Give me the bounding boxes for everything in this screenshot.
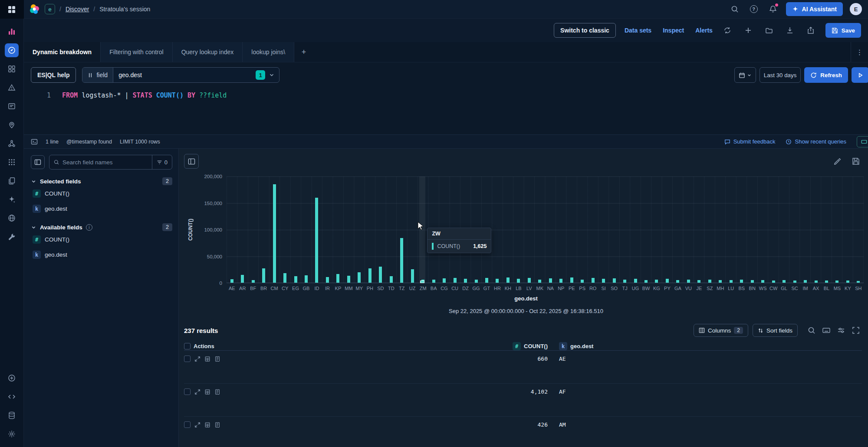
bar-GB[interactable] bbox=[305, 275, 308, 283]
switch-to-classic-button[interactable]: Switch to classic bbox=[554, 23, 616, 38]
bar-slot[interactable] bbox=[757, 176, 768, 283]
bar-GL[interactable] bbox=[783, 280, 786, 283]
bar-slot[interactable] bbox=[842, 176, 853, 283]
bar-slot[interactable] bbox=[545, 176, 556, 283]
bar-KP[interactable] bbox=[336, 274, 339, 283]
add-icon[interactable] bbox=[5, 371, 19, 385]
bar-slot[interactable] bbox=[535, 176, 545, 283]
view-details-button[interactable] bbox=[204, 422, 210, 428]
bar-VU[interactable] bbox=[687, 280, 690, 283]
bar-slot[interactable] bbox=[673, 176, 683, 283]
user-avatar[interactable]: E bbox=[850, 3, 862, 15]
bar-slot[interactable] bbox=[609, 176, 619, 283]
date-picker-button[interactable] bbox=[734, 67, 756, 83]
bar-slot[interactable] bbox=[800, 176, 810, 283]
refresh-button[interactable]: Refresh bbox=[804, 67, 848, 83]
collapse-fields-button[interactable] bbox=[31, 155, 45, 169]
bar-slot[interactable] bbox=[492, 176, 503, 283]
bar-slot[interactable] bbox=[312, 176, 322, 283]
bar-slot[interactable] bbox=[736, 176, 747, 283]
bar-KH[interactable] bbox=[506, 277, 510, 283]
bar-PE[interactable] bbox=[570, 277, 573, 283]
apps-icon[interactable] bbox=[5, 155, 19, 169]
bar-BR[interactable] bbox=[262, 268, 265, 283]
bar-RO[interactable] bbox=[592, 278, 595, 283]
board-icon[interactable] bbox=[5, 99, 19, 113]
chart-config-button[interactable] bbox=[184, 154, 199, 169]
bar-slot[interactable] bbox=[821, 176, 832, 283]
dest-column-header[interactable]: geo.dest bbox=[570, 343, 593, 349]
maps-icon[interactable] bbox=[5, 118, 19, 132]
bar-PH[interactable] bbox=[368, 268, 372, 283]
bar-DZ[interactable] bbox=[464, 279, 467, 283]
bar-slot[interactable] bbox=[704, 176, 715, 283]
view-details-button[interactable] bbox=[204, 389, 210, 395]
table-row[interactable]: 4,102AF bbox=[184, 384, 862, 417]
bar-slot[interactable] bbox=[832, 176, 842, 283]
bar-IR[interactable] bbox=[326, 277, 329, 283]
bar-slot[interactable] bbox=[269, 176, 279, 283]
bar-UG[interactable] bbox=[634, 279, 637, 283]
graph-icon[interactable] bbox=[5, 137, 19, 150]
bar-slot[interactable] bbox=[343, 176, 354, 283]
bar-SD[interactable] bbox=[379, 267, 382, 283]
bar-slot[interactable] bbox=[641, 176, 651, 283]
pages-icon[interactable] bbox=[5, 174, 19, 188]
bar-slot[interactable] bbox=[248, 176, 258, 283]
display-options-button[interactable] bbox=[835, 324, 847, 336]
search-button[interactable] bbox=[729, 3, 741, 15]
bar-NP[interactable] bbox=[559, 279, 562, 283]
help-button[interactable]: ? bbox=[748, 3, 760, 15]
bar-slot[interactable] bbox=[333, 176, 343, 283]
bar-SC[interactable] bbox=[793, 281, 796, 283]
edit-visualization-button[interactable] bbox=[832, 155, 844, 167]
bar-SI[interactable] bbox=[602, 279, 605, 283]
bar-slot[interactable] bbox=[715, 176, 726, 283]
bar-IM[interactable] bbox=[804, 280, 807, 283]
bar-slot[interactable] bbox=[258, 176, 269, 283]
save-button[interactable]: Save bbox=[825, 23, 861, 38]
field-search-input[interactable] bbox=[62, 159, 149, 166]
field-item-geodest[interactable]: kgeo.dest bbox=[31, 248, 172, 261]
expand-row-button[interactable] bbox=[194, 356, 201, 362]
bar-slot[interactable] bbox=[630, 176, 641, 283]
open-session-button[interactable] bbox=[763, 24, 775, 36]
bar-slot[interactable] bbox=[619, 176, 630, 283]
bar-slot[interactable] bbox=[375, 176, 386, 283]
background-search-button[interactable] bbox=[721, 24, 733, 36]
bar-EG[interactable] bbox=[294, 276, 297, 283]
bar-WS[interactable] bbox=[761, 280, 764, 283]
field-section-header[interactable]: Available fieldsi2 bbox=[31, 223, 172, 231]
new-tab-button[interactable]: + bbox=[294, 42, 313, 62]
row-checkbox[interactable] bbox=[184, 421, 191, 428]
bar-slot[interactable] bbox=[237, 176, 247, 283]
bar-MS[interactable] bbox=[835, 281, 838, 283]
bar-slot[interactable] bbox=[598, 176, 608, 283]
wrench-icon[interactable] bbox=[5, 230, 19, 244]
bar-slot[interactable] bbox=[279, 176, 290, 283]
new-session-button[interactable] bbox=[742, 24, 754, 36]
bar-BS[interactable] bbox=[740, 280, 743, 283]
bar-LB[interactable] bbox=[517, 279, 520, 283]
alerts-icon[interactable] bbox=[5, 81, 19, 95]
bar-slot[interactable] bbox=[811, 176, 821, 283]
sort-fields-button[interactable]: Sort fields bbox=[753, 324, 798, 337]
bar-TD[interactable] bbox=[390, 276, 393, 283]
code-icon[interactable] bbox=[5, 390, 19, 404]
bar-slot[interactable] bbox=[556, 176, 566, 283]
bar-slot[interactable] bbox=[513, 176, 524, 283]
bar-MM[interactable] bbox=[347, 276, 350, 283]
bar-TJ[interactable] bbox=[623, 280, 626, 283]
dashboards-icon[interactable] bbox=[5, 62, 19, 76]
expand-row-button[interactable] bbox=[194, 389, 201, 395]
tab-dynamic-breakdown[interactable]: Dynamic breakdown bbox=[24, 42, 101, 62]
share-button[interactable] bbox=[805, 24, 817, 36]
bar-KY[interactable] bbox=[846, 281, 849, 283]
toolbar-link-data-sets[interactable]: Data sets bbox=[625, 27, 651, 34]
notifications-button[interactable] bbox=[767, 3, 779, 15]
esql-editor[interactable]: 1 FROM logstash-* | STATS COUNT() BY ??f… bbox=[24, 87, 868, 134]
breakdown-chart[interactable]: COUNT() 200,000150,000100,00050,0000 ZW … bbox=[184, 176, 868, 291]
sparkles-icon[interactable] bbox=[5, 193, 19, 206]
grid-search-button[interactable] bbox=[806, 324, 818, 336]
bar-slot[interactable] bbox=[386, 176, 396, 283]
